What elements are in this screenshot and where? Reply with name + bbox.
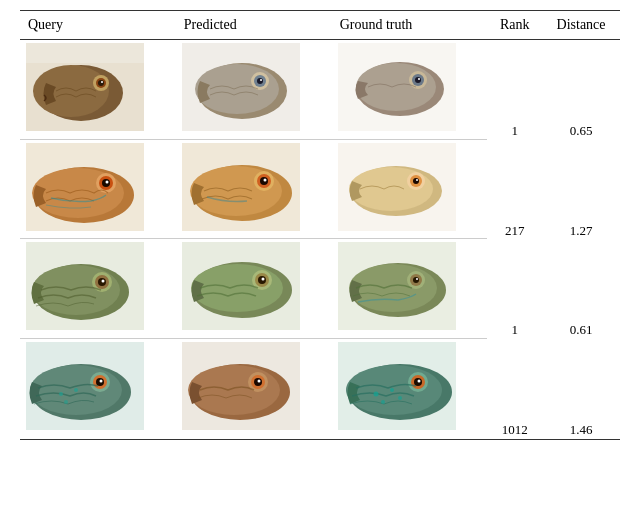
svg-point-42: [416, 179, 418, 181]
col-header-query: Query: [20, 11, 176, 40]
predicted-image-cell-2: [176, 139, 332, 231]
rank-value-2: 217: [487, 139, 542, 239]
groundtruth-fish-image-1: [338, 43, 456, 131]
svg-point-21: [418, 78, 420, 80]
svg-point-56: [261, 278, 264, 281]
svg-point-10: [195, 64, 279, 114]
col-header-predicted: Predicted: [176, 11, 332, 40]
table-footer: [20, 438, 620, 440]
distance-value-4: 1.46: [542, 338, 620, 438]
svg-point-73: [64, 400, 68, 404]
svg-point-13: [257, 78, 263, 84]
svg-point-89: [390, 388, 394, 392]
svg-point-20: [415, 77, 421, 83]
svg-point-59: [349, 264, 437, 312]
groundtruth-image-cell-2: [332, 139, 488, 231]
groundtruth-fish-image-2: [338, 143, 456, 231]
svg-point-88: [373, 391, 378, 396]
predicted-fish-image-3: [182, 242, 300, 330]
svg-point-72: [74, 388, 78, 392]
svg-rect-7: [26, 43, 144, 63]
results-table-container: Query Predicted Ground truth Rank Distan…: [20, 10, 620, 440]
predicted-fish-image-2: [182, 143, 300, 231]
svg-point-87: [417, 379, 420, 382]
distance-value-3: 0.61: [542, 239, 620, 339]
query-image-cell-1: [20, 40, 176, 132]
table-row: 1012 1.46: [20, 338, 620, 430]
rank-value-4: 1012: [487, 338, 542, 438]
col-header-groundtruth: Ground truth: [332, 11, 488, 40]
distance-value-1: 0.65: [542, 40, 620, 140]
query-fish-image-1: [26, 43, 144, 131]
query-fish-image-2: [26, 143, 144, 231]
predicted-image-cell-4: [176, 338, 332, 430]
query-fish-image-4: [26, 342, 144, 430]
distance-value-2: 1.27: [542, 139, 620, 239]
query-image-cell-2: [20, 139, 176, 231]
svg-point-62: [413, 277, 419, 283]
query-image-cell-3: [20, 239, 176, 331]
groundtruth-fish-image-4: [338, 342, 456, 430]
rank-value-1: 1: [487, 40, 542, 140]
svg-point-80: [257, 379, 260, 382]
svg-point-14: [260, 79, 262, 81]
svg-point-90: [381, 400, 385, 404]
table-row: 1 0.61: [20, 239, 620, 331]
svg-point-70: [100, 379, 103, 382]
results-table: Query Predicted Ground truth Rank Distan…: [20, 10, 620, 440]
svg-point-5: [98, 80, 104, 86]
table-row: 217 1.27: [20, 139, 620, 231]
svg-point-63: [416, 278, 418, 280]
svg-point-28: [106, 180, 109, 183]
svg-point-35: [263, 178, 266, 181]
groundtruth-image-cell-1: [332, 40, 488, 132]
groundtruth-image-cell-4: [332, 338, 488, 430]
svg-point-71: [59, 392, 63, 396]
col-header-distance: Distance: [542, 11, 620, 40]
svg-point-6: [101, 81, 103, 83]
col-header-rank: Rank: [487, 11, 542, 40]
table-header-row: Query Predicted Ground truth Rank Distan…: [20, 11, 620, 40]
svg-point-52: [191, 264, 283, 312]
svg-point-49: [102, 280, 105, 283]
predicted-image-cell-3: [176, 239, 332, 331]
rank-value-3: 1: [487, 239, 542, 339]
svg-point-91: [398, 396, 402, 400]
table-row: 1 0.65: [20, 40, 620, 132]
predicted-image-cell-1: [176, 40, 332, 132]
svg-point-41: [413, 178, 419, 184]
predicted-fish-image-4: [182, 342, 300, 430]
predicted-fish-image-1: [182, 43, 300, 131]
groundtruth-fish-image-3: [338, 242, 456, 330]
query-fish-image-3: [26, 242, 144, 330]
query-image-cell-4: [20, 338, 176, 430]
groundtruth-image-cell-3: [332, 239, 488, 331]
